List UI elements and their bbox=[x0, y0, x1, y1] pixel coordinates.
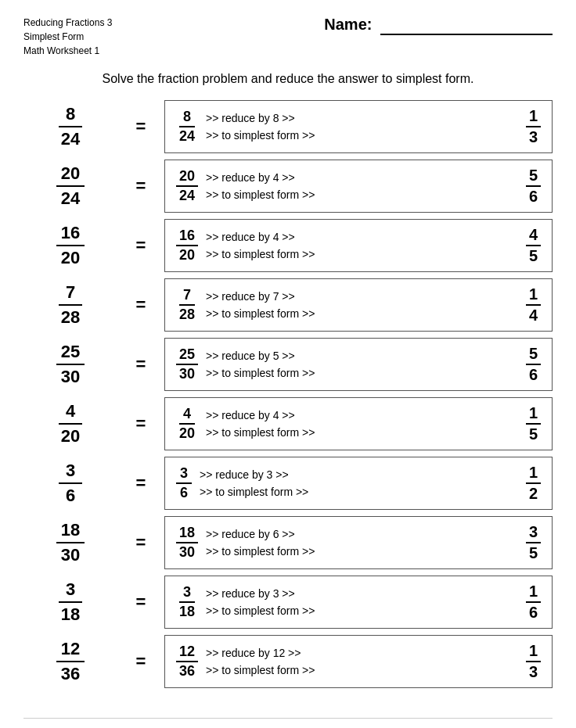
reduce-bot-3: >> to simplest form >> bbox=[206, 246, 521, 263]
problem-row: 25 30 = 25 30 >> reduce by 5 >> >> to si… bbox=[23, 338, 553, 391]
reduce-top-9: >> reduce by 3 >> bbox=[206, 585, 521, 602]
arrow-text-2: >> reduce by 4 >> >> to simplest form >> bbox=[206, 169, 521, 204]
result-numerator-4: 1 bbox=[526, 285, 541, 306]
title-line2: Simplest Form bbox=[23, 30, 112, 44]
answer-box-10: 12 36 >> reduce by 12 >> >> to simplest … bbox=[164, 635, 553, 688]
result-fraction-8: 3 5 bbox=[526, 523, 541, 562]
box-denominator-7: 6 bbox=[176, 484, 192, 501]
fraction-left-2: 20 24 bbox=[23, 163, 117, 209]
box-numerator-4: 7 bbox=[179, 287, 195, 306]
box-fraction-2: 20 24 bbox=[176, 168, 198, 204]
left-numerator-1: 8 bbox=[59, 104, 82, 127]
equals-sign-8: = bbox=[117, 533, 164, 553]
box-numerator-6: 4 bbox=[179, 406, 195, 425]
answer-inner-10: 12 36 >> reduce by 12 >> >> to simplest … bbox=[176, 642, 541, 681]
box-numerator-5: 25 bbox=[176, 346, 198, 365]
problem-row: 8 24 = 8 24 >> reduce by 8 >> >> to simp… bbox=[23, 100, 553, 153]
answer-box-9: 3 18 >> reduce by 3 >> >> to simplest fo… bbox=[164, 576, 553, 629]
answer-box-5: 25 30 >> reduce by 5 >> >> to simplest f… bbox=[164, 338, 553, 391]
arrow-text-4: >> reduce by 7 >> >> to simplest form >> bbox=[206, 288, 521, 323]
box-numerator-10: 12 bbox=[176, 644, 198, 662]
left-numerator-3: 16 bbox=[56, 223, 85, 246]
result-denominator-7: 2 bbox=[526, 484, 541, 503]
left-denominator-5: 30 bbox=[56, 365, 85, 387]
box-denominator-9: 18 bbox=[176, 603, 198, 620]
problem-row: 16 20 = 16 20 >> reduce by 4 >> >> to si… bbox=[23, 219, 553, 272]
box-fraction-3: 16 20 bbox=[176, 228, 198, 264]
fraction-left-8: 18 30 bbox=[23, 520, 117, 565]
reduce-bot-9: >> to simplest form >> bbox=[206, 602, 521, 619]
answer-inner-5: 25 30 >> reduce by 5 >> >> to simplest f… bbox=[176, 345, 541, 384]
left-numerator-7: 3 bbox=[59, 461, 82, 484]
box-fraction-8: 18 30 bbox=[176, 525, 198, 561]
problem-row: 3 6 = 3 6 >> reduce by 3 >> >> to simple… bbox=[23, 457, 553, 510]
left-numerator-6: 4 bbox=[59, 401, 82, 425]
answer-inner-1: 8 24 >> reduce by 8 >> >> to simplest fo… bbox=[176, 107, 541, 146]
result-denominator-1: 3 bbox=[526, 127, 541, 146]
left-denominator-3: 20 bbox=[56, 246, 85, 268]
left-numerator-8: 18 bbox=[56, 520, 85, 543]
result-fraction-10: 1 3 bbox=[526, 642, 541, 681]
reduce-bot-7: >> to simplest form >> bbox=[200, 483, 521, 500]
box-fraction-7: 3 6 bbox=[176, 465, 192, 501]
answer-box-4: 7 28 >> reduce by 7 >> >> to simplest fo… bbox=[164, 278, 553, 332]
left-denominator-7: 6 bbox=[59, 484, 82, 506]
result-fraction-6: 1 5 bbox=[526, 404, 541, 443]
name-input-line[interactable] bbox=[380, 16, 553, 35]
equals-sign-1: = bbox=[117, 117, 164, 137]
title-line3: Math Worksheet 1 bbox=[23, 44, 112, 58]
reduce-bot-6: >> to simplest form >> bbox=[206, 424, 521, 441]
left-numerator-5: 25 bbox=[56, 342, 85, 365]
reduce-top-4: >> reduce by 7 >> bbox=[206, 288, 521, 305]
result-numerator-2: 5 bbox=[526, 167, 541, 187]
equals-sign-3: = bbox=[117, 235, 164, 256]
left-denominator-6: 20 bbox=[56, 425, 85, 446]
problem-row: 18 30 = 18 30 >> reduce by 6 >> >> to si… bbox=[23, 516, 553, 569]
result-numerator-6: 1 bbox=[526, 404, 541, 425]
arrow-text-7: >> reduce by 3 >> >> to simplest form >> bbox=[200, 466, 521, 501]
reduce-top-5: >> reduce by 5 >> bbox=[206, 347, 521, 364]
page-container: Reducing Fractions 3 Simplest Form Math … bbox=[23, 16, 553, 728]
problem-row: 7 28 = 7 28 >> reduce by 7 >> >> to simp… bbox=[23, 278, 553, 332]
result-fraction-3: 4 5 bbox=[526, 226, 541, 265]
arrow-text-5: >> reduce by 5 >> >> to simplest form >> bbox=[206, 347, 521, 382]
answer-box-1: 8 24 >> reduce by 8 >> >> to simplest fo… bbox=[164, 100, 553, 153]
equals-sign-7: = bbox=[117, 473, 164, 493]
left-numerator-4: 7 bbox=[59, 282, 82, 306]
result-fraction-9: 1 6 bbox=[526, 583, 541, 622]
left-denominator-1: 24 bbox=[56, 127, 85, 149]
fraction-left-4: 7 28 bbox=[23, 282, 117, 328]
answer-inner-6: 4 20 >> reduce by 4 >> >> to simplest fo… bbox=[176, 404, 541, 443]
box-numerator-2: 20 bbox=[176, 168, 198, 187]
result-fraction-4: 1 4 bbox=[526, 285, 541, 325]
box-denominator-10: 36 bbox=[176, 662, 198, 680]
left-denominator-4: 28 bbox=[56, 306, 85, 328]
reduce-top-1: >> reduce by 8 >> bbox=[206, 109, 521, 127]
header: Reducing Fractions 3 Simplest Form Math … bbox=[23, 16, 553, 58]
footer-left: © 2008-2016 DadsWorksheets.com These Mat… bbox=[23, 725, 302, 728]
result-numerator-7: 1 bbox=[526, 464, 541, 484]
result-denominator-9: 6 bbox=[526, 603, 541, 622]
result-fraction-2: 5 6 bbox=[526, 167, 541, 206]
result-denominator-6: 5 bbox=[526, 425, 541, 443]
result-numerator-9: 1 bbox=[526, 583, 541, 603]
box-fraction-4: 7 28 bbox=[176, 287, 198, 323]
instructions: Solve the fraction problem and reduce th… bbox=[23, 72, 553, 86]
reduce-bot-10: >> to simplest form >> bbox=[206, 662, 521, 679]
result-denominator-8: 5 bbox=[526, 543, 541, 562]
box-fraction-5: 25 30 bbox=[176, 346, 198, 382]
reduce-top-2: >> reduce by 4 >> bbox=[206, 169, 521, 186]
box-denominator-6: 20 bbox=[176, 425, 198, 442]
problem-row: 20 24 = 20 24 >> reduce by 4 >> >> to si… bbox=[23, 160, 553, 213]
box-denominator-8: 30 bbox=[176, 543, 198, 561]
fraction-left-10: 12 36 bbox=[23, 639, 117, 684]
copyright: © 2008-2016 DadsWorksheets.com bbox=[23, 725, 302, 728]
reduce-bot-1: >> to simplest form >> bbox=[206, 127, 521, 144]
result-fraction-1: 1 3 bbox=[526, 107, 541, 146]
answer-inner-8: 18 30 >> reduce by 6 >> >> to simplest f… bbox=[176, 523, 541, 562]
box-numerator-7: 3 bbox=[176, 465, 192, 484]
box-numerator-9: 3 bbox=[179, 584, 195, 603]
box-numerator-1: 8 bbox=[179, 109, 195, 127]
left-denominator-10: 36 bbox=[56, 662, 85, 684]
arrow-text-9: >> reduce by 3 >> >> to simplest form >> bbox=[206, 585, 521, 620]
